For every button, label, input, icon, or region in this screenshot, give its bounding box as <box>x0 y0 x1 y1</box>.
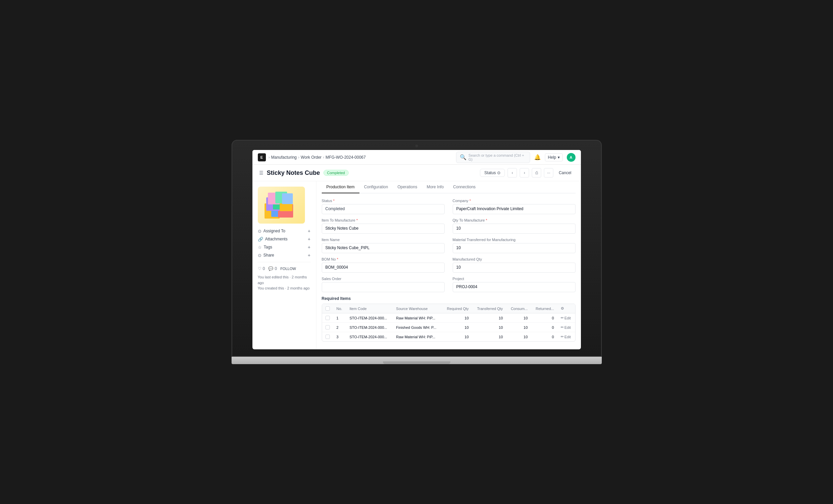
col-no: No. <box>333 304 346 313</box>
sidebar-stats: ♡ 0 💬 0 FOLLOW <box>258 266 311 271</box>
share-label: Share <box>264 253 274 257</box>
breadcrumb-work-order[interactable]: Work Order <box>301 155 322 160</box>
column-settings-icon[interactable]: ⚙ <box>561 306 564 310</box>
required-items-table-container: No. Item Code Source Warehouse Required … <box>322 304 575 342</box>
qty-to-manufacture-input[interactable]: 10 <box>453 224 575 234</box>
sidebar: ⊙ Assigned To + 🔗 Attachments + <box>253 181 316 349</box>
status-button[interactable]: Status ⊙ <box>480 169 505 177</box>
screen-bezel: E › Manufacturing › Work Order › MFG-WO-… <box>232 140 602 357</box>
qty-to-manufacture-field: Qty To Manufacture 10 <box>453 218 575 234</box>
row1-checkbox[interactable] <box>326 316 330 320</box>
material-transferred-input[interactable]: 10 <box>453 243 575 253</box>
manufactured-qty-label: Manufactured Qty <box>453 257 575 261</box>
comments-stat[interactable]: 💬 0 <box>268 266 277 271</box>
bom-no-input[interactable]: BOM_00004 <box>322 262 445 273</box>
tags-label: Tags <box>264 245 272 250</box>
status-field: Status Completed <box>322 199 445 214</box>
row1-item-code[interactable]: STO-ITEM-2024-000... <box>346 313 393 323</box>
share-left: ⊙ Share <box>258 253 274 258</box>
breadcrumb-arrow-2: › <box>298 155 300 160</box>
tab-configuration[interactable]: Configuration <box>359 181 393 193</box>
header-checkbox[interactable] <box>326 306 330 311</box>
laptop-base <box>232 357 602 364</box>
next-button[interactable]: › <box>520 168 529 178</box>
row3-edit-label: Edit <box>565 335 571 339</box>
share-item[interactable]: ⊙ Share + <box>258 252 311 258</box>
item-name-input[interactable]: Sticky Notes Cube_PIPL <box>322 243 445 253</box>
status-input[interactable]: Completed <box>322 204 445 214</box>
attachments-item[interactable]: 🔗 Attachments + <box>258 236 311 242</box>
row3-no: 3 <box>333 332 346 342</box>
pencil-icon-3: ✏ <box>561 334 564 339</box>
row2-item-code[interactable]: STO-ITEM-2024-000... <box>346 323 393 332</box>
more-options-button[interactable]: ··· <box>544 168 553 178</box>
tags-add-icon[interactable]: + <box>308 245 310 250</box>
right-content: Production Item Configuration Operations… <box>316 181 581 349</box>
camera <box>415 145 418 147</box>
row3-edit-cell: ✏ Edit <box>557 332 575 342</box>
prev-button[interactable]: ‹ <box>507 168 517 178</box>
breadcrumb-current: MFG-WO-2024-00067 <box>326 155 365 160</box>
attachments-add-icon[interactable]: + <box>308 236 310 242</box>
bom-no-label: BOM No <box>322 257 445 261</box>
required-items-title: Required Items <box>322 296 575 301</box>
header-row: No. Item Code Source Warehouse Required … <box>322 304 575 313</box>
assigned-to-add-icon[interactable]: + <box>308 228 310 234</box>
row1-checkbox-cell <box>322 313 333 323</box>
share-add-icon[interactable]: + <box>308 252 310 258</box>
row2-edit-label: Edit <box>565 325 571 329</box>
product-image-svg <box>261 190 302 220</box>
project-field: Project PROJ-0004 <box>453 277 575 292</box>
page-title: Sticky Notes Cube <box>267 170 320 177</box>
table-row: 1 STO-ITEM-2024-000... Raw Material WH: … <box>322 313 575 323</box>
breadcrumb-arrow-3: › <box>323 155 324 160</box>
follow-button[interactable]: FOLLOW <box>280 267 296 271</box>
svg-rect-8 <box>282 193 293 204</box>
row2-source-warehouse: Finished Goods WH: P... <box>393 323 442 332</box>
row1-returned: 0 <box>531 313 557 323</box>
print-button[interactable]: ⎙ <box>532 168 541 178</box>
assigned-to-icon: ⊙ <box>258 229 262 234</box>
page-header-actions: Status ⊙ ‹ › ⎙ ··· Cancel <box>480 168 574 178</box>
last-edited-info: You last edited this · 2 months ago <box>258 274 311 285</box>
assigned-to-item[interactable]: ⊙ Assigned To + <box>258 228 311 234</box>
tags-item[interactable]: ☆ Tags + <box>258 245 311 250</box>
attachments-left: 🔗 Attachments <box>258 237 288 242</box>
tabs: Production Item Configuration Operations… <box>322 181 575 193</box>
cancel-button[interactable]: Cancel <box>556 169 574 177</box>
help-button[interactable]: Help ▾ <box>545 153 563 161</box>
tags-icon: ☆ <box>258 245 262 250</box>
row3-checkbox[interactable] <box>326 334 330 339</box>
project-input[interactable]: PROJ-0004 <box>453 282 575 292</box>
material-transferred-label: Material Transferred for Manufacturing <box>453 238 575 242</box>
search-bar[interactable]: 🔍 Search or type a command (Ctrl + G) <box>456 152 530 163</box>
status-chevron-icon: ⊙ <box>497 171 500 175</box>
row3-consumed: 10 <box>506 332 531 342</box>
row3-item-code[interactable]: STO-ITEM-2024-000... <box>346 332 393 342</box>
topbar: E › Manufacturing › Work Order › MFG-WO-… <box>253 150 581 165</box>
manufactured-qty-input[interactable]: 10 <box>453 262 575 273</box>
bom-no-field: BOM No BOM_00004 <box>322 257 445 273</box>
bell-icon[interactable]: 🔔 <box>534 154 541 160</box>
row3-edit-button[interactable]: ✏ Edit <box>561 334 572 339</box>
row2-edit-button[interactable]: ✏ Edit <box>561 325 572 329</box>
likes-stat[interactable]: ♡ 0 <box>258 266 265 271</box>
sales-order-label: Sales Order <box>322 277 445 281</box>
tab-production-item[interactable]: Production Item <box>322 181 359 193</box>
tab-more-info[interactable]: More Info <box>422 181 449 193</box>
tab-connections[interactable]: Connections <box>448 181 480 193</box>
row1-edit-button[interactable]: ✏ Edit <box>561 316 572 320</box>
tab-operations[interactable]: Operations <box>393 181 422 193</box>
chevron-down-icon: ▾ <box>558 155 560 160</box>
status-label: Status <box>484 171 496 175</box>
sales-order-input[interactable] <box>322 282 445 292</box>
hamburger-icon[interactable]: ☰ <box>259 170 264 176</box>
avatar: A <box>567 153 575 162</box>
form-row-5: Sales Order Project PROJ-0004 <box>322 277 575 292</box>
breadcrumb-manufacturing[interactable]: Manufacturing <box>271 155 297 160</box>
col-returned: Returned... <box>531 304 557 313</box>
row2-checkbox[interactable] <box>326 325 330 329</box>
item-to-manufacture-field: Item To Manufacture Sticky Notes Cube <box>322 218 445 234</box>
company-input[interactable]: PaperCraft Innovation Private Limited <box>453 204 575 214</box>
item-to-manufacture-input[interactable]: Sticky Notes Cube <box>322 224 445 234</box>
